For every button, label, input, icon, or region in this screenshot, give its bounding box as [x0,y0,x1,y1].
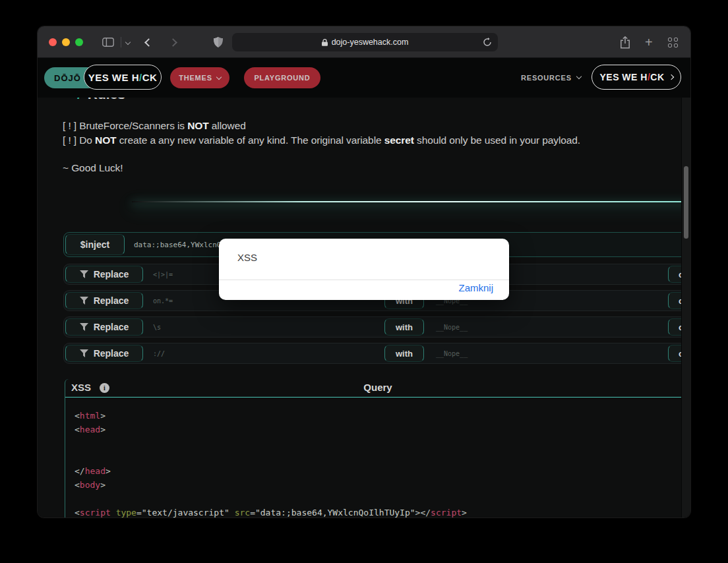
code-line [75,492,690,506]
yeswehack-link-button[interactable]: YES WE H/CK [592,65,681,90]
pattern-input[interactable]: <|>|= [153,264,173,284]
inject-label: $inject [65,234,125,255]
with-label: with [384,318,424,336]
with-label: with [384,345,424,362]
code-line: <head> [75,423,690,436]
resources-menu[interactable]: RESOURCES [521,58,581,98]
url-text: dojo-yeswehack.com [332,38,409,47]
toolbar-separator [121,37,121,47]
query-panel: XSS i Query <html> <head> </head> <body>… [65,379,690,518]
code-line: <html> [75,409,690,423]
window-minimize-button[interactable] [62,38,70,46]
sidebar-chevron-down-icon[interactable] [126,26,130,58]
pattern-input[interactable]: :// [153,343,165,363]
replace-label: Replace [65,266,143,283]
rules-heading: /Rules [77,98,125,102]
replace-row: Replace :// with __Nope__ case [63,343,686,364]
ywh-btn-text: YES WE H/CK [599,72,664,82]
resources-label: RESOURCES [521,74,572,82]
filter-icon [80,349,88,357]
window-close-button[interactable] [49,38,57,46]
rule-line-2: [ ! ] Do NOT create a any new variable o… [63,134,580,146]
code-line: <script type="text/javascript" src="data… [75,506,690,518]
share-icon[interactable] [620,26,630,58]
replacement-input[interactable]: __Nope__ [436,317,468,337]
heading-slash: / [77,98,81,102]
playground-label: PLAYGROUND [254,74,310,82]
themes-button[interactable]: THEMES [170,67,229,88]
scrollbar-track[interactable] [681,98,690,518]
chevron-down-icon [216,74,222,79]
sidebar-icon[interactable] [102,26,114,58]
scrollbar-thumb[interactable] [684,166,688,239]
back-button[interactable] [146,26,152,58]
site-navbar: DŌJŌ YES WE H/CK THEMES PLAYGROUND RESOU… [38,58,690,98]
divider-glow-line [132,201,690,202]
rule-line-1: [ ! ] BruteForce/Scanners is NOT allowed [63,120,246,132]
logo-text: CK [142,72,158,83]
code-line: </head> [75,464,690,478]
themes-label: THEMES [179,74,212,82]
replace-row: Replace \s with __Nope__ case [63,316,686,338]
replace-label: Replace [65,345,143,362]
heading-text: Rules [88,98,125,102]
new-tab-button[interactable]: + [645,26,653,58]
pattern-input[interactable]: \s [153,317,161,337]
replacement-input[interactable]: __Nope__ [436,343,468,363]
alert-divider [219,280,509,280]
replace-label: Replace [65,318,143,336]
filter-icon [80,270,88,278]
reload-button[interactable] [483,38,492,47]
code-line [75,450,690,464]
filter-icon [80,297,88,305]
browser-toolbar: dojo-yeswehack.com + [38,26,690,58]
dojo-logo-text: DŌJŌ [54,73,81,83]
address-bar[interactable]: dojo-yeswehack.com [232,33,498,51]
desktop: dojo-yeswehack.com + DŌJŌ YES WE H/CK [0,0,728,563]
window-zoom-button[interactable] [75,38,83,46]
forward-button[interactable] [170,26,176,58]
lock-icon [322,39,328,46]
filter-icon [80,323,88,331]
code-editor[interactable]: <html> <head> </head> <body> <script typ… [65,398,690,518]
yeswehack-logo[interactable]: YES WE H/CK [84,65,162,90]
alert-message: XSS [237,252,257,263]
query-title: Query [65,382,690,393]
code-line [75,436,690,450]
replace-label: Replace [65,292,143,309]
alert-dialog: XSS Zamknij [219,239,509,300]
query-header: XSS i Query [65,379,690,398]
page-content: /Rules [ ! ] BruteForce/Scanners is NOT … [38,98,690,518]
chevron-down-icon [576,74,582,79]
privacy-shield-icon[interactable] [214,26,223,58]
pattern-input[interactable]: on.*= [153,291,173,311]
browser-window: dojo-yeswehack.com + DŌJŌ YES WE H/CK [38,26,690,518]
playground-button[interactable]: PLAYGROUND [244,67,320,88]
code-line: <body> [75,478,690,492]
tab-overview-button[interactable] [668,26,678,58]
logo-text: YES WE H [88,72,139,83]
good-luck-text: ~ Good Luck! [63,162,123,174]
chevron-right-icon [668,74,673,80]
alert-close-button[interactable]: Zamknij [458,282,493,293]
